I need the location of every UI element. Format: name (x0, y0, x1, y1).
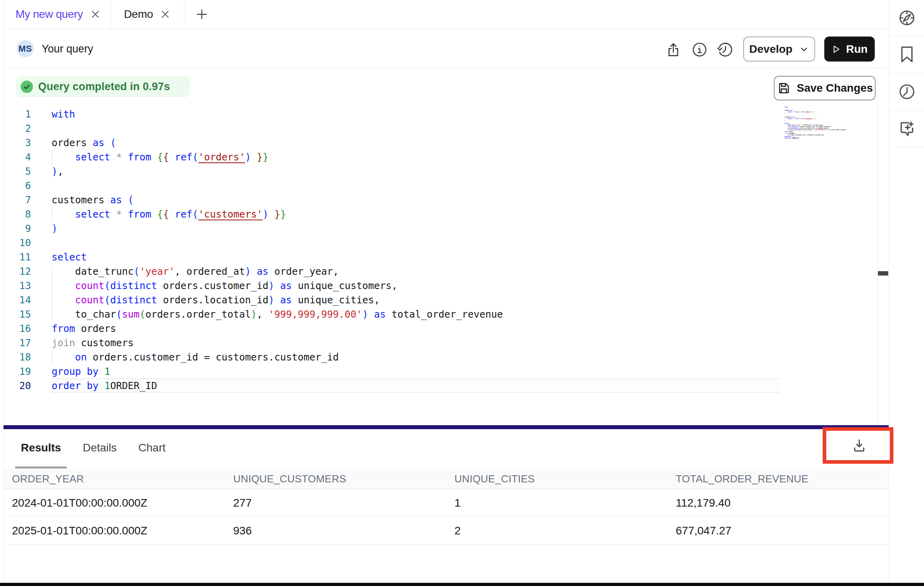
line-number: 3 (4, 136, 31, 150)
code-line: count(distinct orders.customer_id) as un… (52, 279, 503, 293)
code-line: customers as ( (52, 193, 503, 207)
code-line: from orders (52, 322, 503, 336)
table-cell: 2 (446, 524, 667, 537)
line-number: 19 (4, 364, 31, 379)
column-header[interactable]: UNIQUE_CITIES (446, 473, 667, 485)
line-number: 4 (4, 150, 31, 164)
sidebar-item-bookmarks[interactable] (889, 36, 924, 73)
code-content[interactable]: with orders as ( select * from {{ ref('o… (52, 107, 503, 393)
line-number: 13 (4, 279, 31, 293)
code-line (52, 236, 503, 250)
table-header-row: ORDER_YEAR UNIQUE_CUSTOMERS UNIQUE_CITIE… (4, 469, 889, 489)
bottom-window-edge (0, 583, 924, 586)
code-line: to_char(sum(orders.order_total), '999,99… (785, 129, 846, 131)
tab-results[interactable]: Results (15, 429, 67, 466)
tab-label: My new query (15, 8, 83, 21)
indent-guide (52, 307, 52, 322)
line-number: 16 (4, 322, 31, 336)
tab-strip: My new query Demo (4, 0, 889, 29)
develop-button[interactable]: Develop (743, 37, 815, 62)
indent-guide (52, 293, 52, 307)
code-line: to_char(sum(orders.order_total), '999,99… (52, 307, 503, 322)
save-changes-button[interactable]: Save Changes (774, 76, 876, 100)
table-cell: 112,179.40 (667, 497, 889, 509)
column-header[interactable]: UNIQUE_CUSTOMERS (225, 473, 446, 485)
table-cell: 677,047.27 (667, 524, 889, 537)
table-cell: 1 (446, 497, 667, 509)
editor-scrollbar-track (878, 71, 878, 425)
close-icon[interactable] (90, 9, 101, 19)
tab-label: Details (83, 441, 117, 454)
line-number: 15 (4, 307, 31, 322)
line-number: 5 (4, 164, 31, 179)
table-cell: 2025-01-01T00:00:00.000Z (4, 524, 225, 537)
code-line: on orders.customer_id = customers.custom… (52, 350, 503, 364)
info-icon[interactable] (691, 41, 708, 58)
run-button-label: Run (846, 43, 868, 56)
status-text: Query completed in 0.97s (38, 81, 170, 93)
status-badge: Query completed in 0.97s (16, 77, 189, 97)
develop-button-label: Develop (749, 43, 793, 56)
editor-minimap[interactable]: with orders as ( select * from {{ ref('o… (785, 106, 846, 139)
line-number: 2 (4, 121, 31, 136)
panel-divider[interactable] (4, 425, 889, 429)
compass-icon (898, 9, 916, 27)
play-icon (831, 44, 841, 54)
download-icon (851, 438, 867, 453)
chevron-down-icon (799, 44, 809, 54)
clock-icon (898, 83, 916, 101)
line-number: 7 (4, 193, 31, 207)
line-number: 18 (4, 350, 31, 364)
tab-demo[interactable]: Demo (112, 0, 184, 29)
avatar: MS (17, 40, 34, 57)
table-cell: 2024-01-01T00:00:00.000Z (4, 497, 225, 509)
line-number: 17 (4, 336, 31, 350)
code-line: select * from {{ ref('orders') }} (52, 150, 503, 164)
floppy-disk-icon (777, 81, 791, 95)
editor-scrollbar-thumb[interactable] (878, 271, 888, 276)
bookmark-icon (898, 45, 916, 64)
history-icon[interactable] (716, 41, 733, 58)
table-row[interactable]: 2025-01-01T00:00:00.000Z 936 2 677,047.2… (4, 517, 889, 545)
run-button[interactable]: Run (824, 37, 875, 62)
code-line: orders as ( (52, 136, 503, 150)
code-line (52, 179, 503, 193)
check-circle-icon (21, 81, 33, 93)
indent-guide (52, 279, 52, 293)
sidebar-item-explore[interactable] (889, 0, 924, 36)
table-row[interactable]: 2024-01-01T00:00:00.000Z 277 1 112,179.4… (4, 489, 889, 517)
column-header[interactable]: ORDER_YEAR (4, 473, 225, 485)
sidebar-item-history[interactable] (889, 73, 924, 110)
line-number: 9 (4, 222, 31, 236)
page-title: Your query (42, 43, 93, 55)
plus-icon[interactable] (193, 0, 211, 29)
line-number: 8 (4, 207, 31, 222)
tab-my-new-query[interactable]: My new query (4, 0, 111, 29)
line-number: 1 (4, 107, 31, 121)
indent-guide (52, 207, 52, 222)
tab-chart[interactable]: Chart (129, 429, 175, 466)
indent-guide (52, 350, 52, 364)
code-line: with (52, 107, 503, 121)
close-icon[interactable] (160, 9, 170, 19)
line-numbers: 1234567891011121314151617181920 (4, 107, 31, 393)
column-header[interactable]: TOTAL_ORDER_REVENUE (667, 473, 889, 485)
sql-ide-app: My new query Demo MS Your query (0, 0, 924, 586)
sidebar-item-comments[interactable] (889, 110, 924, 147)
code-editor[interactable]: 1234567891011121314151617181920 with ord… (4, 68, 878, 425)
tab-label: Results (21, 441, 61, 454)
download-button[interactable] (850, 436, 869, 455)
right-sidebar (889, 0, 924, 583)
indent-guide (52, 150, 52, 164)
line-number: 12 (4, 264, 31, 279)
share-icon[interactable] (665, 41, 682, 58)
tab-label: Demo (124, 8, 153, 21)
code-line: ), (52, 164, 503, 179)
code-line: order by 1ORDER_ID (52, 379, 503, 393)
save-changes-label: Save Changes (797, 82, 873, 94)
line-number: 20 (4, 379, 31, 393)
query-header: MS Your query Develop (4, 29, 889, 68)
line-number: 6 (4, 179, 31, 193)
indent-guide (52, 264, 52, 279)
tab-details[interactable]: Details (74, 429, 126, 466)
